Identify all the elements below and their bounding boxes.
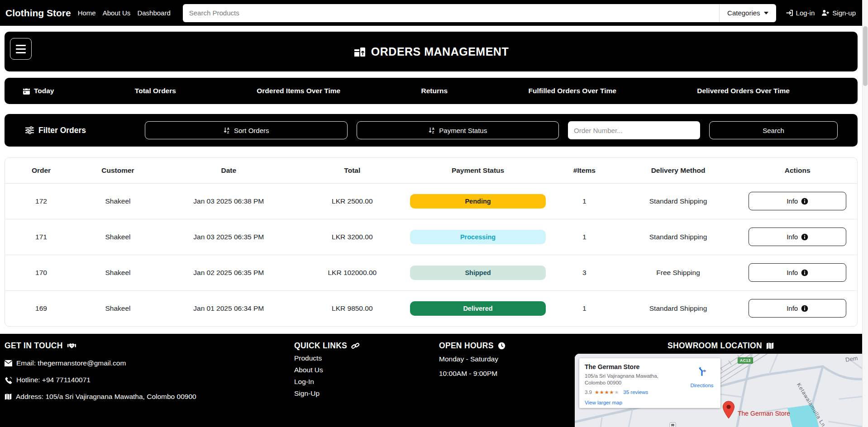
page-scrollbar[interactable] bbox=[862, 0, 868, 427]
footer-open-hours-column: OPEN HOURS Monday - Saturday 10:00AM - 9… bbox=[439, 340, 579, 409]
col-header-customer: Customer bbox=[77, 158, 158, 183]
search-input[interactable] bbox=[183, 4, 719, 22]
directions-icon bbox=[696, 365, 708, 377]
chevron-down-icon bbox=[764, 12, 768, 14]
nav-link-about[interactable]: About Us bbox=[103, 9, 131, 17]
directions-button[interactable]: Directions bbox=[688, 365, 716, 388]
page-title-text: ORDERS MANAGEMENT bbox=[371, 45, 509, 58]
clock-icon bbox=[498, 342, 506, 350]
customer-cell: Shakeel bbox=[77, 290, 158, 326]
categories-label: Categories bbox=[727, 9, 760, 17]
col-header-items: #Items bbox=[550, 158, 619, 183]
brand-logo[interactable]: Clothing Store bbox=[5, 8, 71, 19]
orders-table-card: Order Customer Date Total Payment Status… bbox=[5, 157, 858, 327]
payment-status-cell: Processing bbox=[405, 219, 550, 255]
col-header-total: Total bbox=[299, 158, 405, 183]
app-viewport: Clothing Store Home About Us Dashboard C… bbox=[0, 0, 868, 427]
sidebar-menu-button[interactable] bbox=[10, 38, 32, 60]
delivery-method-cell: Free Shipping bbox=[619, 255, 738, 290]
svg-text:Z: Z bbox=[432, 131, 434, 134]
col-header-payment-status: Payment Status bbox=[405, 158, 550, 183]
showroom-map[interactable]: AC13 Dem Ketawalamulla Ln The German Sto… bbox=[575, 354, 862, 427]
nav-link-home[interactable]: Home bbox=[78, 9, 96, 17]
actions-cell: Info bbox=[738, 219, 857, 255]
search-button-label: Search bbox=[763, 127, 784, 134]
payment-status-filter-button[interactable]: AZ Payment Status bbox=[357, 121, 559, 139]
showroom-heading: SHOWROOM LOCATION bbox=[579, 341, 862, 351]
sort-orders-label: Sort Orders bbox=[234, 127, 269, 134]
delivery-method-cell: Standard Shipping bbox=[619, 219, 738, 255]
order-id-cell: 172 bbox=[5, 183, 77, 219]
categories-dropdown[interactable]: Categories bbox=[719, 4, 776, 22]
get-in-touch-heading: GET IN TOUCH bbox=[5, 341, 294, 351]
table-row: 172 Shakeel Jan 03 2025 06:38 PM LKR 250… bbox=[5, 183, 857, 219]
stat-total-orders[interactable]: Total Orders bbox=[135, 87, 176, 95]
stat-ordered-items[interactable]: Ordered Items Over Time bbox=[257, 87, 340, 95]
actions-cell: Info bbox=[738, 290, 857, 326]
info-button[interactable]: Info bbox=[749, 299, 846, 318]
svg-text:Z: Z bbox=[227, 131, 229, 134]
search-button[interactable]: Search bbox=[709, 121, 838, 139]
footer-link-about[interactable]: About Us bbox=[294, 366, 323, 374]
actions-cell: Info bbox=[738, 183, 857, 219]
order-id-cell: 170 bbox=[5, 255, 77, 290]
auth-links: Log-in Sign-up bbox=[786, 9, 856, 17]
footer-address: Address: 105/a Sri Vajiragnana Mawatha, … bbox=[5, 393, 294, 401]
reviews-link[interactable]: 35 reviews bbox=[623, 389, 648, 395]
footer-link-products[interactable]: Products bbox=[294, 354, 322, 362]
login-icon bbox=[786, 9, 793, 17]
login-link[interactable]: Log-in bbox=[786, 9, 815, 17]
order-id-cell: 169 bbox=[5, 290, 77, 326]
login-label: Log-in bbox=[796, 9, 815, 17]
customer-cell: Shakeel bbox=[77, 183, 158, 219]
orders-box-icon bbox=[353, 46, 366, 57]
sort-alpha-down-icon: AZ bbox=[428, 127, 435, 134]
total-cell: LKR 9850.00 bbox=[299, 290, 405, 326]
info-button[interactable]: Info bbox=[749, 192, 846, 210]
delivery-method-cell: Standard Shipping bbox=[619, 183, 738, 219]
info-button-label: Info bbox=[787, 269, 798, 276]
items-count-cell: 1 bbox=[550, 290, 619, 326]
signup-label: Sign-up bbox=[832, 9, 856, 17]
open-hours-time: 10:00AM - 9:00PM bbox=[439, 370, 579, 378]
map-icon bbox=[766, 342, 774, 350]
col-header-delivery-method: Delivery Method bbox=[619, 158, 738, 183]
footer-link-login[interactable]: Log-In bbox=[294, 378, 314, 386]
nav-links: Home About Us Dashboard bbox=[78, 9, 171, 17]
stat-delivered-orders[interactable]: Delivered Orders Over Time bbox=[697, 87, 790, 95]
info-button[interactable]: Info bbox=[749, 263, 846, 282]
envelope-icon bbox=[5, 360, 12, 366]
order-number-input[interactable] bbox=[568, 121, 700, 139]
quick-links-heading: QUICK LINKS bbox=[294, 341, 439, 351]
person-plus-icon bbox=[821, 9, 830, 17]
nav-link-dashboard[interactable]: Dashboard bbox=[137, 9, 170, 17]
rating-score: 3.9 bbox=[585, 389, 592, 395]
payment-status-filter-label: Payment Status bbox=[439, 127, 487, 134]
footer-link-signup[interactable]: Sign-Up bbox=[294, 389, 320, 398]
footer-email: Email: thegermanstore@gmail.com bbox=[5, 359, 294, 367]
table-row: 169 Shakeel Jan 01 2025 06:34 PM LKR 985… bbox=[5, 290, 857, 326]
footer-hotline: Hotline: +94 771140071 bbox=[5, 376, 294, 384]
customer-cell: Shakeel bbox=[77, 255, 158, 290]
orders-table: Order Customer Date Total Payment Status… bbox=[5, 158, 857, 326]
payment-status-cell: Shipped bbox=[405, 255, 550, 290]
table-row: 170 Shakeel Jan 02 2025 06:35 PM LKR 102… bbox=[5, 255, 857, 290]
info-button[interactable]: Info bbox=[749, 228, 846, 246]
map-pin-icon[interactable] bbox=[722, 401, 735, 419]
footer-quick-links-column: QUICK LINKS Products About Us Log-In Sig… bbox=[294, 340, 439, 409]
sort-orders-button[interactable]: AZ Sort Orders bbox=[145, 121, 347, 139]
calendar-icon bbox=[23, 87, 30, 95]
filter-bar: Filter Orders AZ Sort Orders AZ Payment … bbox=[5, 114, 858, 147]
stat-today[interactable]: Today bbox=[23, 87, 54, 95]
payment-status-cell: Delivered bbox=[405, 290, 550, 326]
scrollbar-thumb[interactable] bbox=[863, 26, 868, 86]
delivery-method-cell: Standard Shipping bbox=[619, 290, 738, 326]
date-cell: Jan 01 2025 06:34 PM bbox=[158, 290, 299, 326]
stats-bar: Today Total Orders Ordered Items Over Ti… bbox=[5, 78, 858, 104]
view-larger-map-link[interactable]: View larger map bbox=[585, 400, 622, 405]
stat-returns[interactable]: Returns bbox=[421, 87, 448, 95]
date-cell: Jan 02 2025 06:35 PM bbox=[158, 255, 299, 290]
stat-fulfilled-orders[interactable]: Fulfilled Orders Over Time bbox=[528, 87, 616, 95]
signup-link[interactable]: Sign-up bbox=[821, 9, 856, 17]
orders-header-panel: ORDERS MANAGEMENT bbox=[5, 32, 858, 71]
